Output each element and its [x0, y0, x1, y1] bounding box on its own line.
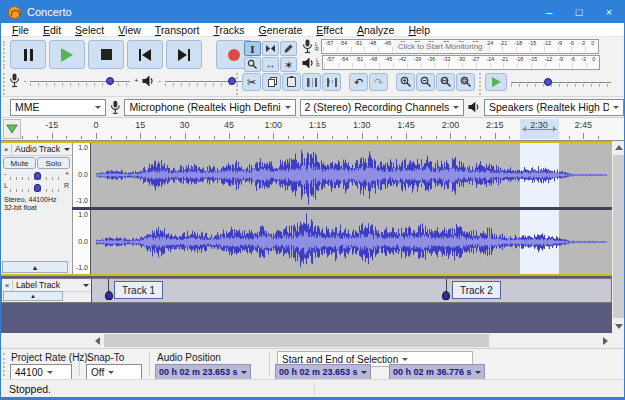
ruler-minor-tick — [258, 136, 259, 139]
trim-audio-button[interactable] — [302, 73, 321, 91]
selection-start-field[interactable]: 00 h 02 m 23.653 s — [275, 364, 371, 380]
recording-device-select[interactable]: Microphone (Realtek High Defini — [124, 99, 295, 116]
vertical-ruler-label: 0.0 — [78, 171, 88, 178]
label-track: × Label Track ▲ Track 1Track 2 — [1, 278, 612, 303]
menu-transport[interactable]: Transport — [148, 24, 207, 36]
silence-audio-button[interactable] — [322, 73, 341, 91]
envelope-tool-button[interactable] — [262, 41, 279, 56]
ruler-minor-tick — [480, 136, 481, 139]
fit-project-button[interactable] — [456, 73, 475, 91]
track-menu-chevron-icon[interactable] — [83, 284, 89, 290]
playback-meter-scale[interactable]: -57-54-51-48-45-42-39-36-33-30-27-24-21-… — [322, 55, 600, 70]
stop-button[interactable] — [88, 40, 124, 69]
play-at-speed-button[interactable] — [485, 73, 507, 91]
multi-tool-button[interactable]: ∗ — [280, 57, 297, 72]
label-text-box[interactable]: Track 2 — [452, 281, 501, 299]
skip-to-start-button[interactable] — [127, 40, 163, 69]
playback-speed-slider[interactable] — [511, 76, 611, 88]
label-pin-icon[interactable] — [442, 291, 450, 300]
mixer-toolbar-grip[interactable] — [3, 73, 6, 95]
mute-button[interactable]: Mute — [3, 157, 36, 169]
selection-end-field[interactable]: 00 h 02 m 36.776 s — [389, 364, 485, 380]
scroll-left-arrow[interactable] — [91, 333, 104, 348]
playspeed-toolbar-grip[interactable] — [479, 73, 482, 95]
title-bar[interactable]: Concerto – □ × — [1, 1, 624, 23]
menu-effect[interactable]: Effect — [309, 24, 350, 36]
menu-tracks[interactable]: Tracks — [206, 24, 251, 36]
close-track-button[interactable]: × — [2, 280, 13, 291]
menu-view[interactable]: View — [111, 24, 148, 36]
pinned-play-head-button[interactable] — [3, 119, 21, 139]
solo-button[interactable]: Solo — [37, 157, 70, 169]
playback-volume-slider[interactable] — [165, 75, 253, 87]
draw-tool-button[interactable] — [280, 41, 297, 56]
recording-channels-select[interactable]: 2 (Stereo) Recording Channels — [300, 99, 465, 116]
zoom-tool-button[interactable] — [244, 57, 261, 72]
close-track-button[interactable]: × — [1, 144, 12, 155]
recording-meter-scale[interactable]: -57-54-51-48-45-42-39-36-33-30-27-24-21-… — [321, 39, 599, 54]
close-button[interactable]: × — [594, 1, 624, 23]
menu-help[interactable]: Help — [401, 24, 437, 36]
pause-button[interactable] — [10, 40, 46, 69]
scroll-up-arrow[interactable] — [612, 141, 625, 154]
recording-meter[interactable]: LR -57-54-51-48-45-42-39-36-33-30-27-24-… — [302, 39, 599, 54]
zoom-out-icon — [420, 76, 432, 88]
menu-file[interactable]: File — [5, 24, 36, 36]
scroll-right-arrow[interactable] — [599, 333, 612, 348]
label-pin-icon[interactable] — [105, 291, 113, 300]
playback-meter[interactable]: LR -57-54-51-48-45-42-39-36-33-30-27-24-… — [302, 55, 600, 70]
maximize-button[interactable]: □ — [564, 1, 594, 23]
transport-toolbar-grip[interactable] — [3, 41, 6, 69]
pan-slider[interactable]: L R — [4, 182, 69, 194]
horizontal-scrollbar-thumb[interactable] — [104, 334, 489, 347]
skip-to-end-button[interactable] — [166, 40, 202, 69]
audio-position-field[interactable]: 00 h 02 m 23.653 s — [155, 364, 251, 380]
label-track-title[interactable]: Label Track — [13, 280, 83, 290]
pan-thumb[interactable] — [34, 184, 41, 192]
undo-button[interactable]: ↶ — [349, 73, 368, 91]
collapse-track-button[interactable]: ▲ — [2, 261, 68, 273]
menu-generate[interactable]: Generate — [252, 24, 310, 36]
ruler-tick-label: 0 — [93, 120, 98, 130]
audio-host-select[interactable]: MME — [10, 99, 106, 116]
gain-thumb[interactable] — [34, 172, 41, 180]
play-button[interactable] — [49, 40, 85, 69]
recording-volume-slider[interactable] — [30, 75, 130, 87]
copy-button[interactable] — [262, 73, 281, 91]
vertical-scrollbar-thumb[interactable] — [613, 155, 625, 318]
menu-analyze[interactable]: Analyze — [350, 24, 401, 36]
menu-select[interactable]: Select — [68, 24, 111, 36]
gain-slider[interactable]: - + — [4, 170, 69, 182]
redo-button[interactable]: ↷ — [369, 73, 388, 91]
snap-to-select[interactable]: Off — [86, 364, 142, 380]
label-text-box[interactable]: Track 1 — [114, 281, 163, 299]
time-shift-tool-button[interactable]: ↔ — [262, 57, 279, 72]
vertical-scrollbar[interactable] — [612, 141, 625, 333]
paste-button[interactable] — [282, 73, 301, 91]
fit-selection-button[interactable] — [436, 73, 455, 91]
transport-toolbar — [10, 40, 252, 69]
playback-volume-thumb[interactable] — [228, 77, 236, 85]
waveform-channel-left[interactable] — [91, 143, 612, 207]
minimize-button[interactable]: – — [534, 1, 564, 23]
track-menu-chevron-icon[interactable] — [64, 148, 70, 154]
selection-tool-button[interactable]: I — [244, 41, 261, 56]
selection-toolbar-grip[interactable] — [3, 353, 6, 376]
audio-track-title[interactable]: Audio Track — [12, 144, 64, 154]
zoom-in-button[interactable] — [396, 73, 415, 91]
collapse-track-button[interactable]: ▲ — [3, 291, 63, 301]
zoom-out-button[interactable] — [416, 73, 435, 91]
scroll-down-arrow[interactable] — [612, 320, 625, 333]
project-rate-select[interactable]: 44100 — [10, 364, 72, 380]
timeline-ruler[interactable]: -1501530451:001:151:301:452:002:152:302:… — [1, 118, 624, 141]
recording-volume-thumb[interactable] — [106, 77, 114, 85]
waveform-channel-right[interactable] — [91, 210, 612, 274]
playback-speed-thumb[interactable] — [544, 78, 552, 86]
label-track-content[interactable]: Track 1Track 2 — [91, 279, 611, 302]
playback-device-select[interactable]: Speakers (Realtek High Definiti — [484, 99, 624, 116]
cut-button[interactable]: ✂ — [242, 73, 261, 91]
horizontal-scrollbar[interactable] — [91, 333, 612, 348]
monitoring-hint[interactable]: Click to Start Monitoring — [394, 42, 487, 51]
menu-edit[interactable]: Edit — [36, 24, 68, 36]
track-area[interactable]: × Audio Track Mute Solo - + L R — [1, 141, 612, 333]
